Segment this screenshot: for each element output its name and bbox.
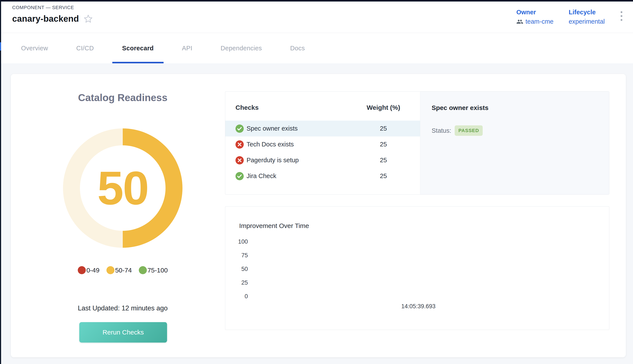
- legend-label-low: 0-49: [86, 266, 99, 274]
- last-updated-text: Last Updated: 12 minutes ago: [11, 304, 235, 312]
- weight-column-header: Weight (%): [352, 104, 415, 111]
- legend-dot-green: [139, 266, 147, 274]
- owner-value[interactable]: team-cme: [516, 18, 553, 25]
- y-tick: 100: [225, 238, 248, 245]
- page-content: Catalog Readiness 50 0-49 50-74 7: [0, 63, 633, 364]
- people-icon: [516, 18, 523, 25]
- tab-dependencies[interactable]: Dependencies: [221, 33, 262, 63]
- tab-cicd[interactable]: CI/CD: [76, 33, 94, 63]
- checks-list: Checks Weight (%) Spec owner exists 25: [225, 92, 420, 194]
- readiness-gauge: 50: [63, 128, 182, 248]
- kebab-menu-icon[interactable]: [620, 9, 623, 21]
- scorecard-title: Catalog Readiness: [11, 92, 235, 104]
- check-weight: 25: [352, 172, 415, 180]
- check-row-main: Pagerduty is setup: [225, 156, 352, 164]
- check-row-main: Spec owner exists: [225, 124, 352, 133]
- y-tick: 0: [225, 293, 248, 300]
- owner-label: Owner: [516, 9, 553, 16]
- tab-docs[interactable]: Docs: [290, 33, 305, 63]
- check-passed-icon: [236, 124, 244, 133]
- breadcrumb: COMPONENT — SERVICE: [12, 5, 93, 10]
- check-passed-icon: [236, 172, 244, 180]
- rerun-checks-button[interactable]: Rerun Checks: [79, 322, 167, 342]
- favorite-star-icon[interactable]: [84, 14, 93, 24]
- legend-item-low: 0-49: [78, 266, 99, 274]
- check-label: Spec owner exists: [247, 125, 298, 132]
- entity-header: COMPONENT — SERVICE canary-backend Owner…: [0, 0, 633, 33]
- chart-title: Improvement Over Time: [239, 222, 309, 230]
- status-badge: PASSED: [455, 126, 483, 136]
- check-row-tech-docs[interactable]: Tech Docs exists 25: [225, 136, 420, 152]
- app-window: COMPONENT — SERVICE canary-backend Owner…: [0, 0, 633, 364]
- check-label: Tech Docs exists: [247, 141, 294, 148]
- tab-overview[interactable]: Overview: [21, 33, 48, 63]
- check-row-main: Jira Check: [225, 172, 352, 180]
- window-left-edge: [0, 0, 1, 364]
- lifecycle-value: experimental: [569, 18, 605, 25]
- check-row-pagerduty[interactable]: Pagerduty is setup 25: [225, 152, 420, 168]
- gauge-score-value: 50: [63, 128, 182, 248]
- entity-header-right: Owner team-cme Lifecycle experimental: [516, 0, 633, 33]
- check-detail-panel: Spec owner exists Status: PASSED: [420, 92, 609, 194]
- entity-tabs: Overview CI/CD Scorecard API Dependencie…: [0, 33, 633, 63]
- gauge-column: Catalog Readiness 50 0-49 50-74 7: [11, 74, 235, 357]
- legend-label-mid: 50-74: [115, 266, 132, 274]
- page-title: canary-backend: [12, 14, 79, 24]
- check-failed-icon: [236, 140, 244, 148]
- y-tick: 25: [225, 280, 248, 286]
- checks-panel: Checks Weight (%) Spec owner exists 25: [225, 91, 609, 194]
- tab-scorecard[interactable]: Scorecard: [122, 33, 154, 63]
- check-label: Pagerduty is setup: [247, 156, 299, 164]
- check-status-line: Status: PASSED: [432, 126, 609, 136]
- legend-item-mid: 50-74: [106, 266, 132, 274]
- entity-header-left: COMPONENT — SERVICE canary-backend: [0, 0, 93, 33]
- owner-link[interactable]: team-cme: [525, 18, 553, 25]
- check-row-main: Tech Docs exists: [225, 140, 352, 148]
- window-left-accent: [0, 42, 1, 50]
- title-row: canary-backend: [12, 14, 93, 24]
- check-row-jira[interactable]: Jira Check 25: [225, 168, 420, 184]
- check-label: Jira Check: [247, 172, 276, 180]
- check-detail-title: Spec owner exists: [432, 104, 609, 112]
- x-tick: 14:05:39.693: [401, 303, 436, 310]
- gauge-legend: 0-49 50-74 75-100: [11, 266, 235, 274]
- lifecycle-meta: Lifecycle experimental: [569, 9, 605, 25]
- status-label: Status:: [432, 127, 451, 134]
- tab-api[interactable]: API: [182, 33, 192, 63]
- check-weight: 25: [352, 125, 415, 132]
- legend-dot-yellow: [106, 266, 114, 274]
- checks-header-row: Checks Weight (%): [225, 94, 420, 120]
- legend-item-high: 75-100: [139, 266, 168, 274]
- check-row-spec-owner[interactable]: Spec owner exists 25: [225, 120, 420, 136]
- check-failed-icon: [236, 156, 244, 164]
- y-tick: 75: [225, 252, 248, 259]
- improvement-chart-panel: Improvement Over Time 100 75 50 25 0 14:…: [225, 206, 609, 330]
- check-weight: 25: [352, 141, 415, 148]
- y-tick: 50: [225, 266, 248, 272]
- window-top-edge: [0, 0, 633, 2]
- check-weight: 25: [352, 156, 415, 164]
- lifecycle-label: Lifecycle: [569, 9, 605, 16]
- legend-dot-red: [78, 266, 86, 274]
- chart-y-axis: 100 75 50 25 0: [225, 206, 248, 330]
- owner-meta: Owner team-cme: [516, 9, 553, 25]
- legend-label-high: 75-100: [147, 266, 168, 274]
- checks-column-header: Checks: [225, 104, 352, 111]
- scorecard-card: Catalog Readiness 50 0-49 50-74 7: [11, 74, 626, 357]
